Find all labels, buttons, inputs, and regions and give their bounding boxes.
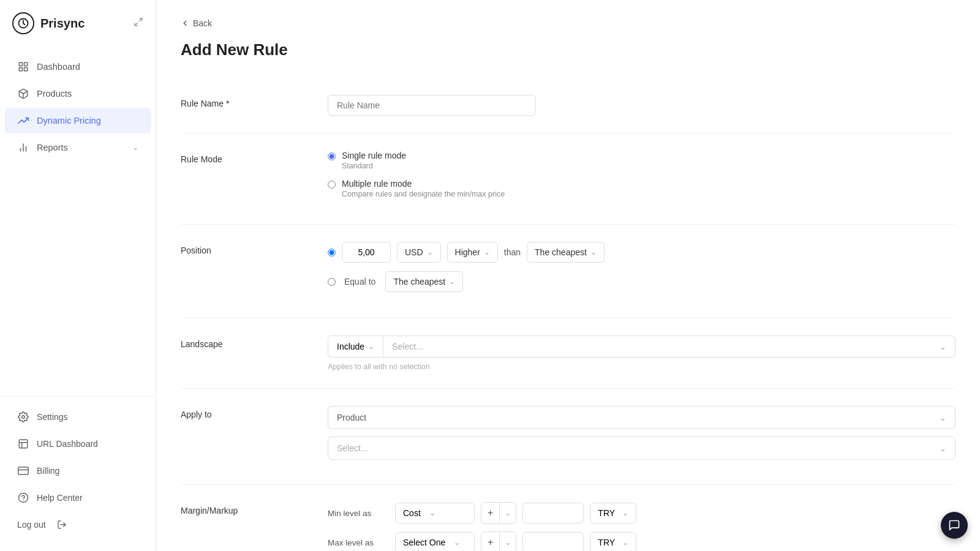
chevron-down-icon: ⌄ — [622, 509, 628, 517]
position-label: Position — [181, 242, 303, 255]
position-row-2: Equal to The cheapest ⌄ — [328, 271, 956, 292]
svg-rect-11 — [18, 467, 29, 474]
chevron-down-icon: ⌄ — [449, 277, 455, 286]
equal-to-dropdown-button[interactable]: The cheapest ⌄ — [385, 271, 463, 292]
landscape-select[interactable]: Select... ⌄ — [383, 335, 956, 358]
sidebar-item-reports[interactable]: Reports ⌄ — [5, 135, 151, 160]
position-section: Position 5,00 USD ⌄ Higher ⌄ than — [181, 225, 956, 318]
sidebar-item-settings[interactable]: Settings — [5, 404, 151, 430]
chevron-down-icon: ⌄ — [590, 248, 597, 257]
settings-icon — [17, 411, 29, 423]
position-value-input[interactable]: 5,00 — [342, 242, 391, 263]
logo-area: Prisync — [0, 0, 156, 47]
radio-single-label: Single rule mode — [342, 151, 406, 160]
min-level-label: Min level as — [328, 509, 389, 518]
rule-mode-label: Rule Mode — [181, 151, 303, 164]
radio-single[interactable] — [328, 152, 336, 160]
sidebar-collapse-button[interactable] — [134, 17, 143, 29]
direction-value: Higher — [455, 247, 480, 257]
min-plus-button[interactable]: + — [481, 503, 500, 523]
rule-mode-content: Single rule mode Standard Multiple rule … — [328, 151, 956, 207]
max-level-select-dropdown[interactable]: Select One ⌄ — [395, 532, 475, 551]
radio-option-multiple: Multiple rule mode Compare rules and des… — [328, 179, 956, 198]
apply-to-product-dropdown[interactable]: Product ⌄ — [328, 406, 956, 429]
direction-dropdown-button[interactable]: Higher ⌄ — [447, 242, 498, 263]
max-plus-button[interactable]: + — [481, 532, 500, 551]
rule-name-content — [328, 95, 956, 116]
chevron-down-icon[interactable]: ⌄ — [500, 504, 516, 522]
sidebar-item-label: Billing — [37, 466, 59, 476]
back-button[interactable]: Back — [181, 18, 956, 28]
min-level-row: Min level as Cost ⌄ + ⌄ 5,00 TRY ⌄ — [328, 502, 956, 524]
layout-icon — [17, 438, 29, 450]
rule-mode-section: Rule Mode Single rule mode Standard Mult… — [181, 133, 956, 225]
sidebar-item-label: Dashboard — [37, 62, 80, 72]
rule-name-input[interactable] — [328, 95, 536, 116]
logo-icon — [12, 12, 34, 34]
compared-to-dropdown-button[interactable]: The cheapest ⌄ — [527, 242, 605, 263]
sidebar-item-billing[interactable]: Billing — [5, 458, 151, 484]
radio-option-single: Single rule mode Standard — [328, 151, 956, 170]
bar-chart-icon — [17, 141, 29, 154]
chevron-down-icon: ⌄ — [454, 538, 460, 547]
apply-to-section: Apply to Product ⌄ Select... ⌄ — [181, 389, 956, 485]
back-label: Back — [193, 18, 212, 28]
chevron-down-icon: ⌄ — [940, 444, 946, 453]
chevron-down-icon: ⌄ — [427, 248, 433, 257]
min-sign-selector: + ⌄ — [481, 502, 516, 524]
max-currency-dropdown[interactable]: TRY ⌄ — [590, 532, 636, 551]
sidebar-bottom: Settings URL Dashboard Billing Help Cent… — [0, 396, 156, 551]
margin-markup-content: Min level as Cost ⌄ + ⌄ 5,00 TRY ⌄ — [328, 502, 956, 551]
min-level-cost-value: Cost — [403, 508, 421, 518]
landscape-select-placeholder: Select... — [392, 342, 423, 351]
apply-to-select-dropdown[interactable]: Select... ⌄ — [328, 437, 956, 460]
radio-multiple-label: Multiple rule mode — [342, 179, 505, 189]
radio-single-sublabel: Standard — [342, 162, 406, 170]
chevron-down-icon: ⌄ — [429, 509, 435, 517]
min-currency-dropdown[interactable]: TRY ⌄ — [590, 503, 636, 523]
radio-position-equal[interactable] — [328, 278, 336, 286]
grid-icon — [17, 61, 29, 73]
logout-label: Log out — [17, 520, 46, 530]
rule-name-label: Rule Name * — [181, 95, 303, 108]
sidebar-item-url-dashboard[interactable]: URL Dashboard — [5, 431, 151, 457]
radio-multiple-sublabel: Compare rules and designate the min/max … — [342, 190, 505, 198]
apply-to-content: Product ⌄ Select... ⌄ — [328, 406, 956, 467]
sidebar-item-label: Reports — [37, 143, 68, 152]
sidebar-item-label: Products — [37, 89, 72, 99]
applies-text: Applies to all with no selection — [328, 362, 956, 371]
trending-up-icon — [17, 114, 29, 127]
apply-to-product-value: Product — [337, 413, 366, 422]
include-dropdown-button[interactable]: Include ⌄ — [328, 335, 383, 358]
max-value-input[interactable]: 5,00 — [522, 532, 584, 551]
min-level-cost-dropdown[interactable]: Cost ⌄ — [395, 503, 475, 523]
min-value-input[interactable]: 5,00 — [522, 503, 584, 523]
chevron-down-icon: ⌄ — [368, 342, 374, 351]
landscape-content: Include ⌄ Select... ⌄ Applies to all wit… — [328, 335, 956, 371]
margin-markup-section: Margin/Markup Min level as Cost ⌄ + ⌄ 5,… — [181, 485, 956, 551]
position-row-1: 5,00 USD ⌄ Higher ⌄ than The cheapest ⌄ — [328, 242, 956, 263]
sidebar-item-dynamic-pricing[interactable]: Dynamic Pricing — [5, 108, 151, 133]
margin-markup-label: Margin/Markup — [181, 502, 303, 515]
chevron-down-icon[interactable]: ⌄ — [500, 533, 516, 551]
equal-to-label: Equal to — [344, 277, 375, 287]
max-currency-value: TRY — [598, 538, 615, 547]
chat-widget-button[interactable] — [941, 512, 968, 539]
sidebar-item-help-center[interactable]: Help Center — [5, 485, 151, 511]
svg-rect-1 — [19, 62, 22, 66]
currency-dropdown-button[interactable]: USD ⌄ — [397, 242, 441, 263]
sidebar-item-label: Help Center — [37, 493, 83, 503]
radio-multiple[interactable] — [328, 181, 336, 189]
equal-to-value: The cheapest — [393, 277, 445, 287]
logout-button[interactable]: Log out — [5, 512, 151, 538]
main-nav: Dashboard Products Dynamic Pricing Repor… — [0, 47, 156, 396]
radio-position-higher[interactable] — [328, 249, 336, 257]
chevron-down-icon: ⌄ — [622, 538, 628, 547]
page-title: Add New Rule — [181, 40, 956, 59]
app-name: Prisync — [40, 17, 85, 31]
sidebar-item-dashboard[interactable]: Dashboard — [5, 54, 151, 80]
sidebar-item-products[interactable]: Products — [5, 81, 151, 107]
currency-value: USD — [405, 247, 423, 257]
sidebar-item-label: Dynamic Pricing — [37, 116, 101, 126]
logout-icon — [56, 519, 68, 531]
